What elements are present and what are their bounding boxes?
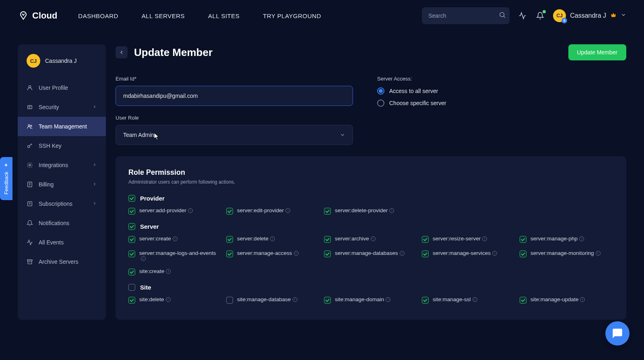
chevron-down-icon	[621, 12, 626, 19]
perm-checkbox[interactable]	[520, 250, 526, 257]
info-icon[interactable]: i	[285, 208, 290, 213]
perm-checkbox[interactable]	[128, 269, 135, 275]
perm-label: server:resize-server	[433, 236, 481, 242]
search-input[interactable]	[428, 12, 499, 19]
chat-button[interactable]	[605, 321, 630, 346]
info-icon[interactable]: i	[386, 297, 390, 302]
perm-item[interactable]: server:createi	[128, 236, 222, 243]
perm-item[interactable]: site:manage-updatei	[520, 296, 613, 304]
perm-label: server:manage-php	[530, 236, 578, 242]
sidebar-item-integrations[interactable]: Integrations	[18, 155, 106, 175]
perm-item[interactable]: server:manage-monitoringi	[520, 250, 613, 261]
perm-checkbox[interactable]	[324, 236, 331, 243]
update-member-button[interactable]: Update Member	[568, 44, 626, 60]
notifications-icon[interactable]	[535, 11, 545, 21]
perm-item[interactable]: site:manage-databasei	[226, 296, 320, 304]
info-icon[interactable]: i	[482, 236, 487, 241]
nav-dashboard[interactable]: DASHBOARD	[78, 12, 118, 19]
perm-checkbox[interactable]	[422, 236, 429, 243]
group-checkbox[interactable]	[128, 195, 135, 202]
perm-item[interactable]: server:add-provideri	[128, 207, 222, 215]
perm-checkbox[interactable]	[128, 297, 135, 304]
perm-item[interactable]: site:createi	[128, 268, 222, 275]
brand-logo[interactable]: Cloud	[18, 10, 57, 21]
perm-item[interactable]: server:resize-serveri	[422, 236, 516, 243]
activity-icon[interactable]	[518, 11, 527, 21]
perm-item[interactable]: site:deletei	[128, 296, 222, 304]
info-icon[interactable]: i	[580, 297, 585, 302]
info-icon[interactable]: i	[596, 251, 601, 256]
info-icon[interactable]: i	[473, 297, 477, 302]
group-checkbox[interactable]	[128, 284, 135, 291]
sidebar-item-label: Integrations	[39, 162, 68, 168]
access-option-0[interactable]: Access to all server	[377, 87, 446, 95]
info-icon[interactable]: i	[492, 251, 497, 256]
user-menu[interactable]: CJ 5 Cassandra J	[553, 9, 626, 22]
perm-item[interactable]: server:manage-accessi	[226, 250, 320, 261]
perm-checkbox[interactable]	[128, 250, 135, 257]
info-icon[interactable]: i	[579, 236, 584, 241]
sidebar-item-billing[interactable]: Billing	[18, 175, 106, 194]
sidebar-item-archive-servers[interactable]: Archive Servers	[18, 252, 106, 271]
perm-checkbox[interactable]	[520, 297, 526, 304]
perm-checkbox[interactable]	[422, 297, 429, 304]
sidebar-item-notifications[interactable]: Notifications	[18, 213, 106, 233]
perm-checkbox[interactable]	[226, 297, 233, 304]
email-input[interactable]	[116, 86, 353, 106]
radio-icon	[377, 99, 384, 107]
info-icon[interactable]: i	[371, 236, 376, 241]
user-name: Cassandra J	[570, 12, 606, 19]
info-icon[interactable]: i	[166, 297, 171, 302]
info-icon[interactable]: i	[166, 269, 171, 274]
perm-checkbox[interactable]	[226, 208, 233, 215]
svg-rect-2	[28, 106, 32, 109]
perm-checkbox[interactable]	[128, 208, 135, 215]
perm-item[interactable]: server:edit-provideri	[226, 207, 320, 215]
perm-label: server:create	[139, 236, 171, 242]
nav-all-servers[interactable]: ALL SERVERS	[142, 12, 185, 19]
sidebar-item-subscriptions[interactable]: Subscriptions	[18, 194, 106, 213]
info-icon[interactable]: i	[389, 208, 394, 213]
role-select[interactable]: Team Admin	[116, 125, 353, 145]
sidebar-item-all-events[interactable]: All Events	[18, 233, 106, 252]
perm-item[interactable]: site:manage-domaini	[324, 296, 418, 304]
chevron-left-icon	[119, 50, 124, 55]
perm-checkbox[interactable]	[324, 208, 331, 215]
access-option-1[interactable]: Choose specific server	[377, 99, 446, 107]
perm-checkbox[interactable]	[324, 297, 331, 304]
perm-item[interactable]: server:manage-phpi	[520, 236, 613, 243]
perm-item[interactable]: server:deletei	[226, 236, 320, 243]
info-icon[interactable]: i	[141, 256, 146, 261]
group-checkbox[interactable]	[128, 223, 135, 230]
info-icon[interactable]: i	[173, 236, 178, 241]
sidebar-item-label: Subscriptions	[39, 201, 72, 207]
perm-checkbox[interactable]	[226, 236, 233, 243]
info-icon[interactable]: i	[294, 251, 299, 256]
perm-item[interactable]: server:manage-databasesi	[324, 250, 418, 261]
perm-item[interactable]: server:archivei	[324, 236, 418, 243]
back-button[interactable]	[116, 46, 128, 58]
perm-checkbox[interactable]	[128, 236, 135, 243]
nav-try-playground[interactable]: TRY PLAYGROUND	[263, 12, 321, 19]
perm-checkbox[interactable]	[422, 250, 429, 257]
sidebar-item-team-management[interactable]: Team Management	[18, 117, 106, 136]
info-icon[interactable]: i	[270, 236, 275, 241]
sidebar-item-security[interactable]: Security	[18, 97, 106, 117]
perm-checkbox[interactable]	[226, 250, 233, 257]
info-icon[interactable]: i	[400, 251, 405, 256]
perm-item[interactable]: site:manage-ssli	[422, 296, 516, 304]
perm-item[interactable]: server:delete-provideri	[324, 207, 418, 215]
sidebar-user[interactable]: CJ Cassandra J	[18, 54, 106, 78]
info-icon[interactable]: i	[188, 208, 193, 213]
sidebar-item-ssh-key[interactable]: SSH Key	[18, 136, 106, 155]
perm-item[interactable]: server:manage-logs-and-eventsi	[128, 250, 222, 261]
perm-checkbox[interactable]	[324, 250, 331, 257]
feedback-tab[interactable]: Feedback	[0, 157, 12, 200]
sidebar-item-user-profile[interactable]: User Profile	[18, 78, 106, 97]
perm-item[interactable]: server:manage-servicesi	[422, 250, 516, 261]
info-icon[interactable]: i	[293, 297, 297, 302]
search-box[interactable]	[422, 7, 510, 24]
perm-checkbox[interactable]	[520, 236, 526, 243]
nav-all-sites[interactable]: ALL SITES	[208, 12, 239, 19]
sidebar-item-label: SSH Key	[39, 143, 62, 149]
